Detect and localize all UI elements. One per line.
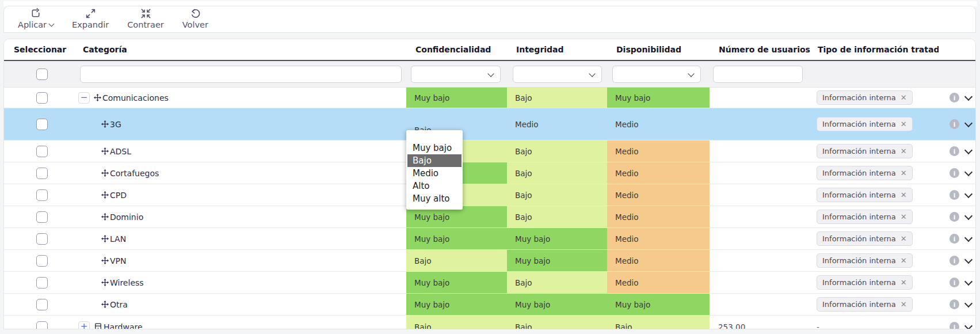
info-type-tag[interactable]: Información interna ✕ bbox=[817, 144, 913, 158]
info-icon[interactable]: i bbox=[950, 146, 959, 156]
disponibilidad-filter-select[interactable] bbox=[612, 66, 701, 83]
chevron-down-icon[interactable] bbox=[964, 146, 973, 154]
confidencialidad-cell[interactable]: Muy bajo bbox=[406, 88, 507, 108]
disponibilidad-cell[interactable]: Medio bbox=[607, 141, 710, 162]
chevron-down-icon[interactable] bbox=[964, 92, 973, 100]
chevron-down-icon[interactable] bbox=[964, 255, 973, 263]
integridad-cell[interactable]: Bajo bbox=[507, 162, 607, 184]
integridad-cell[interactable]: Muy bajo bbox=[507, 294, 607, 315]
info-icon[interactable]: i bbox=[950, 212, 959, 222]
move-icon[interactable] bbox=[101, 279, 109, 286]
remove-tag-icon[interactable]: ✕ bbox=[901, 120, 907, 128]
confidencialidad-cell[interactable]: Muy bajo bbox=[406, 294, 507, 315]
move-icon[interactable] bbox=[94, 94, 101, 101]
expand-button[interactable]: Expandir bbox=[72, 8, 109, 29]
confidencialidad-cell[interactable]: Muy bajo bbox=[406, 272, 507, 293]
dropdown-blank-option[interactable] bbox=[406, 132, 463, 142]
remove-tag-icon[interactable]: ✕ bbox=[901, 169, 907, 177]
integridad-cell[interactable]: Muy bajo bbox=[507, 250, 607, 271]
row-checkbox[interactable] bbox=[36, 189, 48, 201]
chevron-down-icon[interactable] bbox=[964, 168, 973, 176]
chevron-down-icon[interactable] bbox=[964, 299, 973, 307]
info-icon[interactable]: i bbox=[950, 278, 959, 287]
expand-toggle[interactable]: + bbox=[78, 321, 90, 330]
row-checkbox[interactable] bbox=[36, 168, 48, 179]
row-checkbox[interactable] bbox=[36, 299, 48, 310]
back-button[interactable]: Volver bbox=[182, 8, 208, 29]
disponibilidad-cell[interactable]: Muy bajo bbox=[607, 294, 710, 315]
integridad-cell[interactable]: Bajo bbox=[507, 206, 607, 227]
info-icon[interactable]: i bbox=[950, 168, 959, 178]
info-icon[interactable]: i bbox=[950, 322, 959, 329]
move-icon[interactable] bbox=[101, 147, 109, 155]
confidencialidad-cell[interactable]: Bajo bbox=[406, 250, 507, 271]
disponibilidad-cell[interactable]: Medio bbox=[607, 272, 710, 293]
move-icon[interactable] bbox=[101, 191, 109, 199]
usuarios-filter-input[interactable] bbox=[713, 66, 803, 83]
dropdown-option[interactable]: Medio bbox=[407, 167, 462, 180]
disponibilidad-cell[interactable]: Medio bbox=[607, 108, 710, 140]
collapse-button[interactable]: Contraer bbox=[127, 8, 164, 29]
row-checkbox[interactable] bbox=[36, 146, 48, 157]
info-type-tag[interactable]: Información interna ✕ bbox=[817, 231, 913, 246]
info-type-tag[interactable]: Información interna ✕ bbox=[817, 210, 913, 224]
info-type-tag[interactable]: Información interna ✕ bbox=[817, 166, 913, 180]
info-icon[interactable]: i bbox=[950, 256, 959, 265]
move-icon[interactable] bbox=[101, 169, 109, 177]
chevron-down-icon[interactable] bbox=[964, 189, 973, 198]
info-icon[interactable]: i bbox=[950, 119, 959, 129]
remove-tag-icon[interactable]: ✕ bbox=[901, 234, 907, 243]
chevron-down-icon[interactable] bbox=[964, 211, 973, 219]
confidencialidad-cell[interactable]: Muy bajo bbox=[406, 228, 507, 249]
chevron-down-icon[interactable] bbox=[964, 119, 973, 127]
row-checkbox[interactable] bbox=[36, 119, 48, 130]
integridad-cell[interactable]: Medio bbox=[507, 108, 607, 140]
disponibilidad-cell[interactable]: Medio bbox=[607, 206, 710, 227]
info-type-tag[interactable]: Información interna ✕ bbox=[817, 275, 913, 290]
chevron-down-icon[interactable] bbox=[964, 277, 973, 285]
confidencialidad-filter-select[interactable] bbox=[411, 66, 501, 83]
disponibilidad-cell[interactable]: Medio bbox=[607, 184, 710, 206]
dropdown-option[interactable]: Muy bajo bbox=[407, 142, 462, 154]
integridad-cell[interactable]: Bajo bbox=[507, 272, 607, 293]
row-checkbox[interactable] bbox=[36, 233, 48, 245]
disponibilidad-cell[interactable]: Bajo bbox=[607, 316, 710, 329]
dropdown-option[interactable]: Alto bbox=[407, 180, 462, 192]
move-icon[interactable] bbox=[101, 257, 109, 264]
remove-tag-icon[interactable]: ✕ bbox=[901, 93, 907, 102]
remove-tag-icon[interactable]: ✕ bbox=[901, 147, 907, 155]
row-checkbox[interactable] bbox=[36, 321, 48, 330]
integridad-cell[interactable]: Muy bajo bbox=[507, 228, 607, 249]
move-icon[interactable] bbox=[101, 213, 109, 221]
disponibilidad-cell[interactable]: Medio bbox=[607, 162, 710, 184]
remove-tag-icon[interactable]: ✕ bbox=[901, 256, 907, 265]
remove-tag-icon[interactable]: ✕ bbox=[901, 212, 907, 221]
move-icon[interactable] bbox=[101, 120, 109, 128]
dropdown-option[interactable]: Muy alto bbox=[407, 192, 462, 205]
integridad-cell[interactable]: Bajo bbox=[507, 88, 607, 108]
info-type-tag[interactable]: Información interna ✕ bbox=[817, 253, 913, 268]
row-checkbox[interactable] bbox=[36, 92, 48, 104]
chevron-down-icon[interactable] bbox=[964, 233, 973, 241]
integridad-cell[interactable]: Bajo bbox=[507, 141, 607, 162]
info-icon[interactable]: i bbox=[950, 234, 959, 244]
chevron-down-icon[interactable] bbox=[964, 321, 973, 329]
info-icon[interactable]: i bbox=[950, 190, 959, 200]
info-type-tag[interactable]: Información interna ✕ bbox=[817, 90, 913, 105]
remove-tag-icon[interactable]: ✕ bbox=[901, 278, 907, 287]
info-icon[interactable]: i bbox=[950, 93, 959, 103]
row-checkbox[interactable] bbox=[36, 211, 48, 223]
disponibilidad-cell[interactable]: Medio bbox=[607, 250, 710, 271]
move-icon[interactable] bbox=[101, 301, 109, 308]
integridad-cell[interactable]: Bajo bbox=[507, 316, 607, 329]
dropdown-option-selected[interactable]: Bajo bbox=[407, 154, 462, 167]
info-type-tag[interactable]: Información interna ✕ bbox=[817, 117, 913, 131]
move-icon[interactable] bbox=[101, 235, 109, 242]
apply-button[interactable]: Aplicar bbox=[18, 8, 54, 29]
remove-tag-icon[interactable]: ✕ bbox=[901, 300, 907, 309]
integridad-cell[interactable]: Bajo bbox=[507, 184, 607, 206]
confidencialidad-cell[interactable]: Bajo bbox=[406, 316, 507, 329]
categoria-filter-input[interactable] bbox=[80, 66, 402, 83]
info-icon[interactable]: i bbox=[950, 299, 959, 309]
disponibilidad-cell[interactable]: Medio bbox=[607, 228, 710, 249]
